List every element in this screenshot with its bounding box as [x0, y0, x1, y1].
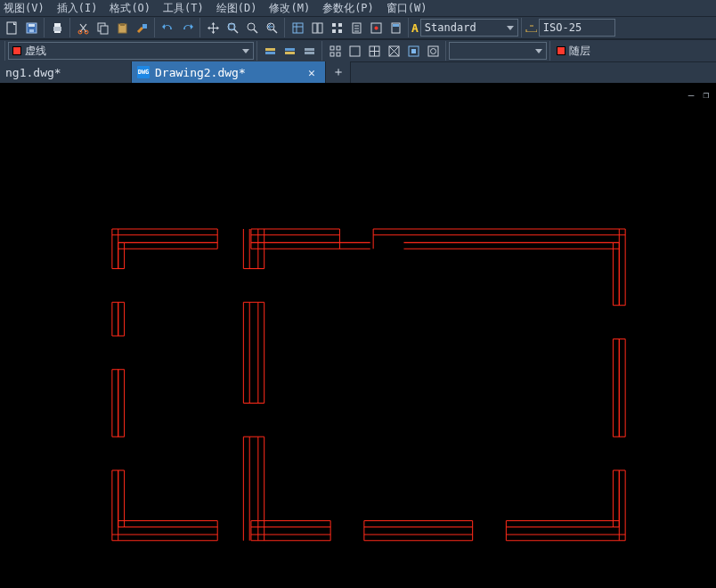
svg-rect-15	[229, 24, 234, 29]
tool-palettes-icon[interactable]	[327, 18, 346, 37]
svg-rect-4	[53, 27, 61, 31]
layer-combo[interactable]: 虚线	[8, 42, 254, 60]
sheet-set-icon[interactable]	[346, 18, 366, 37]
svg-rect-3	[29, 29, 34, 32]
layer-name: 虚线	[25, 44, 46, 59]
design-center-icon[interactable]	[307, 18, 327, 37]
svg-rect-31	[265, 52, 275, 54]
svg-rect-40	[350, 46, 360, 56]
plus-icon: ＋	[332, 66, 345, 78]
svg-point-46	[430, 48, 435, 53]
menu-bar: 视图(V) 插入(I) 格式(O) 工具(T) 绘图(D) 修改(M) 参数化(…	[0, 0, 716, 16]
copy-icon[interactable]	[93, 18, 112, 37]
svg-rect-18	[293, 23, 303, 33]
textstyle-value: Standard	[425, 21, 476, 34]
textstyle-icon: A	[411, 21, 419, 35]
color-combo[interactable]	[449, 42, 547, 60]
menu-item[interactable]: 修改(M)	[269, 1, 310, 16]
dimstyle-value: ISO-25	[543, 21, 582, 34]
layer-color-swatch	[12, 46, 21, 55]
block-grid-5-icon[interactable]	[403, 41, 423, 61]
menu-item[interactable]: 视图(V)	[4, 1, 45, 16]
chevron-down-icon	[507, 26, 514, 30]
svg-rect-24	[338, 29, 342, 33]
close-icon[interactable]: ✕	[305, 66, 318, 78]
zoom-previous-icon[interactable]	[262, 18, 281, 37]
match-properties-icon[interactable]	[132, 18, 151, 37]
redo-icon[interactable]	[177, 18, 197, 37]
toolbar-layers: 虚线 随层	[0, 39, 716, 62]
doc-name: ng1.dwg*	[5, 66, 61, 79]
svg-rect-44	[411, 49, 416, 53]
document-tab[interactable]: ng1.dwg*	[0, 61, 132, 83]
block-grid-3-icon[interactable]	[364, 41, 384, 61]
linetype-value: 随层	[569, 44, 590, 59]
svg-rect-38	[330, 53, 334, 56]
drawing-vector	[0, 84, 716, 588]
svg-rect-23	[332, 29, 336, 33]
svg-rect-2	[28, 24, 35, 27]
svg-rect-45	[428, 46, 438, 56]
new-tab-button[interactable]: ＋	[326, 61, 351, 83]
menu-item[interactable]: 插入(I)	[57, 1, 98, 16]
cut-icon[interactable]	[73, 18, 93, 37]
svg-rect-22	[338, 23, 342, 27]
block-grid-4-icon[interactable]	[384, 41, 403, 61]
svg-rect-37	[337, 46, 340, 50]
menu-item[interactable]: 工具(T)	[163, 1, 204, 16]
svg-rect-10	[101, 26, 108, 34]
markup-icon[interactable]	[366, 18, 386, 37]
undo-icon[interactable]	[158, 18, 177, 37]
textstyle-combo[interactable]: Standard	[420, 19, 518, 37]
svg-rect-19	[313, 23, 317, 33]
svg-rect-21	[332, 23, 336, 27]
dimstyle-icon	[525, 23, 537, 32]
linetype-color-swatch	[557, 46, 565, 55]
svg-rect-12	[120, 23, 125, 26]
document-tab-active[interactable]: DWG Drawing2.dwg* ✕	[132, 61, 326, 83]
menu-item[interactable]: 格式(O)	[110, 1, 151, 16]
chevron-down-icon	[242, 49, 249, 53]
svg-rect-36	[330, 46, 334, 50]
dwg-file-icon: DWG	[137, 66, 150, 78]
svg-rect-30	[265, 48, 275, 51]
menu-item[interactable]: 参数化(P)	[322, 1, 374, 16]
paste-icon[interactable]	[112, 18, 132, 37]
linetype-combo[interactable]: 随层	[553, 42, 678, 60]
menu-item[interactable]: 绘图(D)	[216, 1, 257, 16]
svg-rect-29	[393, 24, 399, 27]
dimstyle-combo[interactable]: ISO-25	[539, 19, 615, 37]
properties-icon[interactable]	[288, 18, 307, 37]
chevron-down-icon	[535, 49, 542, 53]
zoom-window-icon[interactable]	[242, 18, 262, 37]
save-icon[interactable]	[21, 18, 41, 37]
doc-name: Drawing2.dwg*	[155, 66, 246, 79]
svg-rect-35	[305, 52, 314, 54]
svg-rect-5	[54, 23, 61, 27]
print-icon[interactable]	[47, 18, 67, 37]
svg-point-16	[248, 23, 255, 30]
svg-point-27	[374, 26, 378, 29]
drawing-canvas[interactable]: — ❐	[0, 84, 716, 588]
block-grid-1-icon[interactable]	[325, 41, 345, 61]
block-grid-6-icon[interactable]	[423, 41, 443, 61]
zoom-extents-icon[interactable]	[223, 18, 242, 37]
svg-rect-13	[142, 24, 147, 29]
svg-rect-39	[337, 53, 340, 56]
block-grid-2-icon[interactable]	[345, 41, 364, 61]
document-tab-bar: ng1.dwg* DWG Drawing2.dwg* ✕ ＋	[0, 62, 716, 84]
toolbar-main: A Standard ISO-25	[0, 16, 716, 39]
calculator-icon[interactable]	[386, 18, 405, 37]
pan-icon[interactable]	[203, 18, 223, 37]
svg-rect-6	[54, 31, 61, 33]
new-file-icon[interactable]	[2, 18, 21, 37]
menu-item[interactable]: 窗口(W)	[386, 1, 427, 16]
layer-state-2-icon[interactable]	[280, 41, 299, 61]
svg-rect-33	[285, 52, 295, 54]
svg-rect-34	[305, 48, 314, 51]
layer-state-1-icon[interactable]	[260, 41, 280, 61]
layer-state-3-icon[interactable]	[299, 41, 319, 61]
svg-rect-32	[285, 48, 295, 51]
svg-rect-20	[318, 23, 322, 33]
